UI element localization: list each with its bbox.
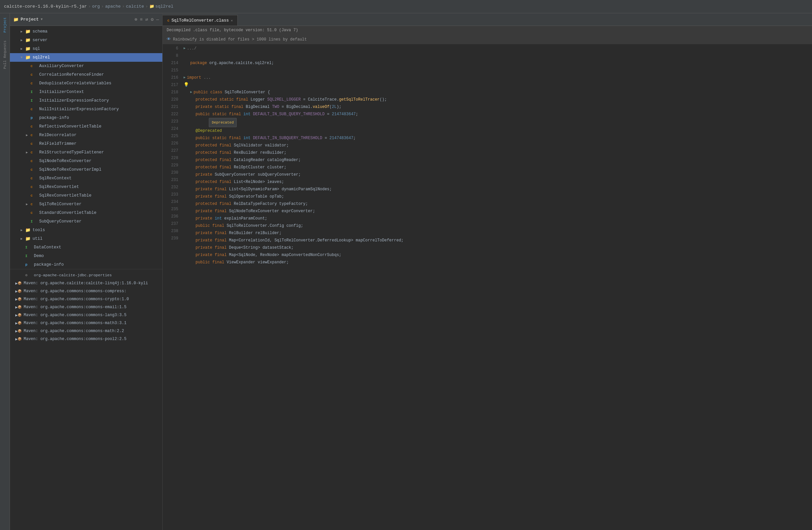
code-line-229: private final SqlOperatorTable opTab; — [184, 193, 812, 200]
code-line-235: private final Map<CorrelationId, SqlToRe… — [184, 237, 812, 244]
tree-item-schema[interactable]: ▶ 📁 schema — [10, 27, 162, 36]
code-line-226: private SubQueryConverter subQueryConver… — [184, 171, 812, 178]
tab-sql-to-rel-converter[interactable]: c SqlToRelConverter.class ✕ — [163, 15, 238, 26]
tree-item-deduplicate[interactable]: c DeduplicateCorrelateVariables — [10, 79, 162, 88]
breadcrumb-jar: calcite-core-1.16.0-kylin-r5.jar — [4, 4, 87, 9]
code-line-239 — [184, 266, 812, 273]
tree-item-util[interactable]: ▶ 📁 util — [10, 234, 162, 243]
tree-item-rel-field-trimmer[interactable]: c RelFieldTrimmer — [10, 140, 162, 148]
maven-icon4: 📦 — [18, 305, 21, 309]
tree-item-sqlnode-to-rex-impl[interactable]: c SqlNodeToRexConverterImpl — [10, 166, 162, 174]
folder-sql-icon: 📁 — [25, 46, 31, 52]
code-line-8: ▶ import ... — [184, 74, 812, 81]
code-line-232: private int explainParamCount; — [184, 215, 812, 222]
maven-item-pool2[interactable]: ▶ 📦 Maven: org.apache.commons:commons-po… — [10, 335, 162, 343]
sort-icon[interactable]: ⇄ — [145, 17, 148, 22]
folder-util-icon: 📁 — [25, 236, 31, 241]
maven-icon2: 📦 — [18, 289, 21, 293]
tree-item-datacontext[interactable]: I DataContext — [10, 243, 162, 252]
panel-title-text: Project — [20, 17, 39, 22]
java-interface-icon5: I — [25, 254, 31, 258]
tree-item-sqlrex-convertlet-table[interactable]: c SqlRexConvertletTable — [10, 191, 162, 200]
code-line-7 — [184, 67, 812, 74]
rainbow-info-bar: 👁 Rainbowify is disabled for files > 100… — [163, 35, 812, 44]
tree-item-correlation-reference-finder[interactable]: c CorrelationReferenceFinder — [10, 70, 162, 79]
maven-icon3: 📦 — [18, 297, 21, 301]
panel-dropdown-icon[interactable]: ▼ — [41, 18, 43, 21]
tree-item-reflective-convertlet[interactable]: c ReflectiveConvertletTable — [10, 122, 162, 131]
sidebar-icons: Project Pull Requests — [0, 13, 10, 530]
lightbulb-icon[interactable]: 💡 — [184, 81, 189, 89]
code-container[interactable]: 6 8 214 215 216 217 218 220 221 222 223 … — [163, 44, 812, 530]
tree-item-initializer-expression-factory[interactable]: I InitializerExpressionFactory — [10, 96, 162, 105]
code-line-6: package org.apache.calcite.sql2rel; — [184, 59, 812, 67]
tree-item-server[interactable]: ▶ 📁 server — [10, 36, 162, 44]
maven-item-crypto[interactable]: ▶ 📦 Maven: org.apache.commons:commons-cr… — [10, 295, 162, 303]
java-file-icon10: c — [31, 168, 37, 172]
java-file-icon2: c — [31, 73, 37, 77]
sidebar-item-pull-requests[interactable]: Pull Requests — [2, 39, 8, 70]
tree-item-auxiliary-converter[interactable]: c AuxiliaryConverter — [10, 62, 162, 70]
maven-item-linq4j[interactable]: ▶ 📦 Maven: org.apache.calcite:calcite-li… — [10, 279, 162, 287]
maven-item-compress[interactable]: ▶ 📦 Maven: org.apache.commons:commons-co… — [10, 287, 162, 295]
code-line-223: protected final RexBuilder rexBuilder; — [184, 149, 812, 156]
tree-item-sql-to-rel[interactable]: ▶ c SqlToRelConverter — [10, 200, 162, 209]
code-line-221: public static final int DEFAULT_IN_SUBQU… — [184, 134, 812, 142]
tree-item-sql2rel[interactable]: ▼ 📁 sql2rel — [10, 53, 162, 62]
tree-item-sqlrex-convertlet[interactable]: c SqlRexConvertlet — [10, 183, 162, 191]
code-line-224: protected final CatalogReader catalogRea… — [184, 156, 812, 164]
class-fold-icon[interactable]: ▶ — [190, 89, 192, 96]
tree-item-properties[interactable]: ⚙ org-apache-calcite-jdbc.properties — [10, 271, 162, 279]
close-panel-icon[interactable]: — — [156, 17, 159, 22]
code-line-228: private final List<SqlDynamicParam> dyna… — [184, 186, 812, 193]
fold-icon[interactable]: ▶ — [184, 45, 186, 52]
sidebar-item-project[interactable]: Project — [2, 16, 8, 34]
maven-item-math3[interactable]: ▶ 📦 Maven: org.apache.commons:commons-ma… — [10, 319, 162, 327]
java-file-icon14: c — [31, 202, 37, 206]
code-line-227: protected final List<RelNode> leaves; — [184, 178, 812, 186]
collapse-icon[interactable]: ≡ — [140, 17, 142, 22]
editor-area: c SqlToRelConverter.class ✕ Decompiled .… — [163, 13, 812, 530]
tree-item-sqlnode-to-rex[interactable]: c SqlNodeToRexConverter — [10, 157, 162, 166]
maven-icon: 📦 — [18, 281, 21, 285]
java-file-icon: c — [31, 64, 37, 68]
breadcrumb: calcite-core-1.16.0-kylin-r5.jar › org ›… — [4, 4, 173, 9]
java-interface-icon4: I — [25, 245, 31, 249]
tree-item-rel-decorrelator[interactable]: ▶ c RelDecorrelator — [10, 131, 162, 140]
java-file-icon13: c — [31, 194, 37, 198]
tree-item-demo[interactable]: I Demo — [10, 252, 162, 260]
panel-header: 📁 Project ▼ ⊕ ≡ ⇄ ⚙ — — [10, 13, 162, 26]
breadcrumb-calcite: calcite — [126, 4, 144, 9]
code-line-fold: ▶ .../ — [184, 45, 812, 52]
code-line-230: protected final RelDataTypeFactory typeF… — [184, 200, 812, 207]
maven-item-lang3[interactable]: ▶ 📦 Maven: org.apache.commons:commons-la… — [10, 311, 162, 319]
maven-item-math[interactable]: ▶ 📦 Maven: org.apache.commons:commons-ma… — [10, 327, 162, 335]
maven-item-email[interactable]: ▶ 📦 Maven: org.apache.commons:commons-em… — [10, 303, 162, 311]
tree-item-null-initializer[interactable]: c NullInitializerExpressionFactory — [10, 105, 162, 114]
panel-actions: ⊕ ≡ ⇄ ⚙ — — [134, 17, 159, 22]
settings-icon[interactable]: ⚙ — [151, 17, 154, 22]
code-line-233: public final SqlToRelConverter.Config co… — [184, 222, 812, 229]
tree-item-tools[interactable]: ▶ 📁 tools — [10, 226, 162, 234]
code-line-236: private final Deque<String> datasetStack… — [184, 244, 812, 252]
tree-item-package-info[interactable]: p package-info — [10, 114, 162, 122]
folder-schema-icon: 📁 — [25, 29, 31, 34]
tree-item-package-info2[interactable]: p package-info — [10, 260, 162, 269]
tree-item-sqlrex-context[interactable]: c SqlRexContext — [10, 174, 162, 183]
tree-item-subquery-converter[interactable]: I SubQueryConverter — [10, 217, 162, 226]
code-line-222: protected final SqlValidator validator; — [184, 142, 812, 149]
tree-item-sql[interactable]: ▶ 📁 sql — [10, 44, 162, 53]
top-bar: calcite-core-1.16.0-kylin-r5.jar › org ›… — [0, 0, 812, 13]
tree-item-initializer-context[interactable]: I InitializerContext — [10, 88, 162, 96]
maven-icon5: 📦 — [18, 313, 21, 317]
locate-icon[interactable]: ⊕ — [134, 17, 137, 22]
tree-item-rel-structured[interactable]: ▶ c RelStructuredTypeFlattener — [10, 148, 162, 157]
java-interface-icon3: I — [31, 219, 37, 224]
tab-close-button[interactable]: ✕ — [231, 18, 233, 23]
code-line-220: @Deprecated — [184, 127, 812, 134]
java-file-icon4: c — [31, 107, 37, 111]
import-fold-icon[interactable]: ▶ — [184, 74, 186, 81]
code-line-237: private final Map<SqlNode, RexNode> mapC… — [184, 252, 812, 259]
maven-icon7: 📦 — [18, 329, 21, 333]
tree-item-standard-convertlet[interactable]: c StandardConvertletTable — [10, 209, 162, 217]
